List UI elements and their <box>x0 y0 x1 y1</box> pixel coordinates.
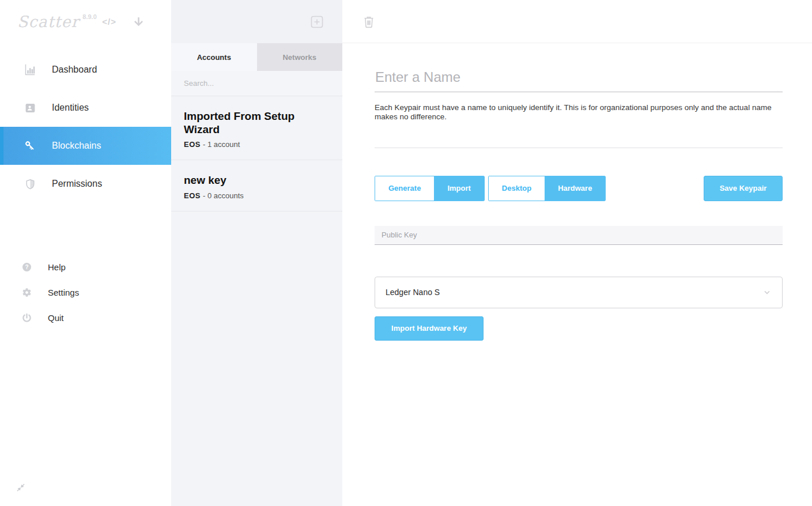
sidebar-item-help[interactable]: ? Help <box>0 254 171 280</box>
code-icon[interactable]: </> <box>102 17 116 27</box>
sidebar-header: Scatter 8.9.0 </> <box>0 0 171 43</box>
keypair-controls-row: Generate Import Desktop Hardware Save Ke… <box>375 176 783 201</box>
blockchain-label: EOS <box>184 140 201 149</box>
desktop-button[interactable]: Desktop <box>489 176 545 201</box>
sidebar-item-label: Quit <box>48 313 64 323</box>
shield-icon <box>23 178 37 190</box>
download-icon[interactable] <box>134 17 143 27</box>
account-count: - 1 account <box>203 140 240 149</box>
power-icon <box>22 313 32 322</box>
search-input[interactable] <box>184 79 330 88</box>
blockchain-label: EOS <box>184 191 201 200</box>
keypair-list-panel: Accounts Networks Imported From Setup Wi… <box>171 0 342 506</box>
collapse-window-icon[interactable] <box>16 482 26 493</box>
import-hardware-key-button[interactable]: Import Hardware Key <box>375 316 484 341</box>
version-label: 8.9.0 <box>82 13 96 20</box>
key-icon <box>23 139 37 152</box>
hardware-wallet-select[interactable]: Ledger Nano S <box>375 277 783 308</box>
sidebar-item-blockchains[interactable]: Blockchains <box>0 127 171 165</box>
hardware-button[interactable]: Hardware <box>545 176 605 201</box>
keypair-subtitle: EOS- 1 account <box>184 140 330 149</box>
generate-button[interactable]: Generate <box>375 176 434 201</box>
list-tabs: Accounts Networks <box>171 43 342 71</box>
sidebar-item-identities[interactable]: Identities <box>0 89 171 127</box>
keypair-name-input[interactable] <box>375 69 783 92</box>
id-card-icon <box>23 101 37 114</box>
keypair-list-item[interactable]: Imported From Setup Wizard EOS- 1 accoun… <box>171 96 342 160</box>
tab-accounts[interactable]: Accounts <box>171 43 257 71</box>
keypair-detail-panel: Each Keypair must have a name to uniquel… <box>342 0 812 506</box>
save-keypair-button[interactable]: Save Keypair <box>704 176 783 201</box>
sidebar-item-label: Identities <box>52 103 89 113</box>
keypair-list-item[interactable]: new key EOS- 0 accounts <box>171 160 342 211</box>
keypair-subtitle: EOS- 0 accounts <box>184 191 330 200</box>
keypair-name-help-text: Each Keypair must have a name to uniquel… <box>375 103 783 122</box>
detail-body: Each Keypair must have a name to uniquel… <box>342 43 812 341</box>
search-row <box>171 71 342 96</box>
sidebar-item-quit[interactable]: Quit <box>0 305 171 330</box>
help-circle-icon: ? <box>22 262 32 271</box>
sidebar-item-settings[interactable]: Settings <box>0 280 171 305</box>
public-key-input[interactable] <box>375 226 783 245</box>
keypair-title: Imported From Setup Wizard <box>184 109 330 136</box>
hardware-wallet-selected-value: Ledger Nano S <box>386 288 440 297</box>
sidebar-item-permissions[interactable]: Permissions <box>0 165 171 203</box>
sidebar-item-label: Settings <box>48 288 79 297</box>
sidebar-nav: Dashboard Identities Blockchains Permiss… <box>0 43 171 330</box>
sidebar-item-label: Blockchains <box>52 141 101 151</box>
public-key-row <box>375 226 783 245</box>
scatter-logo: Scatter <box>17 13 79 31</box>
import-button[interactable]: Import <box>434 176 484 201</box>
key-mode-toggle: Generate Import <box>375 176 485 201</box>
detail-header <box>342 0 812 43</box>
tab-networks[interactable]: Networks <box>257 43 343 71</box>
add-keypair-button[interactable] <box>309 14 324 29</box>
sidebar-item-label: Permissions <box>52 179 102 189</box>
trash-icon[interactable] <box>362 14 376 29</box>
sidebar-item-label: Dashboard <box>52 65 97 75</box>
sidebar-item-dashboard[interactable]: Dashboard <box>0 51 171 89</box>
sidebar: Scatter 8.9.0 </> Dashboard Identities <box>0 0 171 506</box>
section-divider <box>375 148 783 148</box>
chevron-down-icon <box>762 288 772 297</box>
gear-icon <box>22 288 32 297</box>
account-count: - 0 accounts <box>203 191 244 200</box>
list-panel-header <box>171 0 342 43</box>
bar-chart-icon <box>23 63 37 76</box>
keypair-title: new key <box>184 173 330 187</box>
sidebar-item-label: Help <box>48 262 66 272</box>
sidebar-footer: ? Help Settings Quit <box>0 254 171 330</box>
import-mode-toggle: Desktop Hardware <box>488 176 606 201</box>
